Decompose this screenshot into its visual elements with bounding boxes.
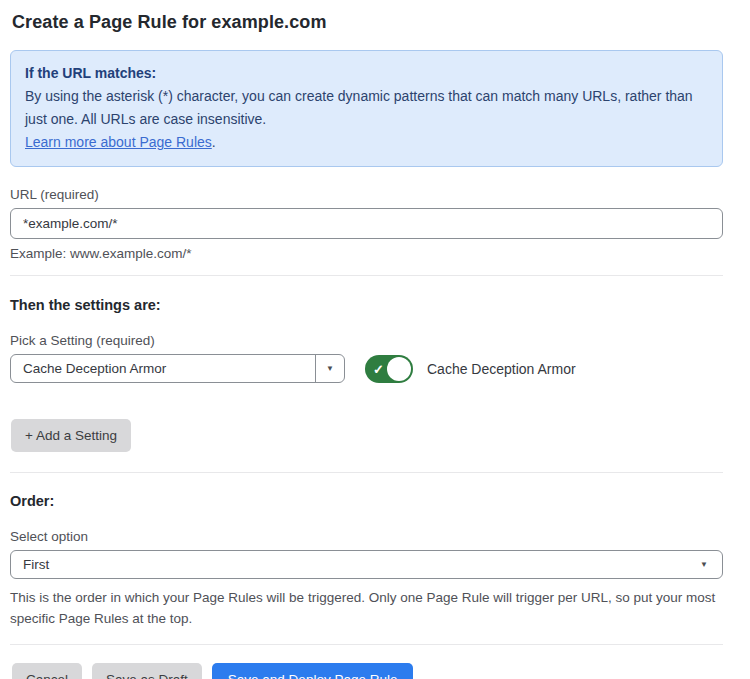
setting-select[interactable]: Cache Deception Armor ▼: [10, 354, 345, 383]
toggle-label: Cache Deception Armor: [427, 361, 576, 377]
setting-picker-label: Pick a Setting (required): [10, 333, 723, 348]
order-section-heading: Order:: [10, 493, 723, 509]
chevron-down-icon: ▼: [700, 561, 708, 569]
create-page-rule-panel: Create a Page Rule for example.com If th…: [0, 0, 750, 679]
order-select-label: Select option: [10, 529, 723, 544]
divider: [10, 472, 723, 473]
save-and-deploy-button[interactable]: Save and Deploy Page Rule: [212, 663, 414, 679]
order-description: This is the order in which your Page Rul…: [10, 587, 723, 629]
setting-toggle[interactable]: ✓: [365, 355, 413, 383]
order-select-arrow: ▼: [700, 551, 722, 578]
divider: [10, 644, 723, 645]
setting-select-arrow-button[interactable]: ▼: [315, 355, 344, 382]
save-as-draft-button[interactable]: Save as Draft: [92, 663, 202, 679]
info-box-link-line: Learn more about Page Rules.: [25, 131, 708, 154]
url-match-info-box: If the URL matches: By using the asteris…: [10, 50, 723, 167]
page-title: Create a Page Rule for example.com: [12, 12, 723, 33]
order-select-value: First: [11, 551, 700, 578]
setting-row: Cache Deception Armor ▼ ✓ Cache Deceptio…: [10, 354, 723, 383]
settings-section-heading: Then the settings are:: [10, 297, 723, 313]
footer-actions: Cancel Save as Draft Save and Deploy Pag…: [12, 663, 723, 679]
learn-more-link[interactable]: Learn more about Page Rules: [25, 134, 212, 150]
toggle-knob: [387, 357, 411, 381]
order-select[interactable]: First ▼: [10, 550, 723, 579]
info-box-body: By using the asterisk (*) character, you…: [25, 85, 708, 131]
cancel-button[interactable]: Cancel: [12, 663, 82, 679]
divider: [10, 275, 723, 276]
add-setting-button[interactable]: + Add a Setting: [11, 419, 131, 452]
setting-select-value: Cache Deception Armor: [11, 355, 315, 382]
info-box-heading: If the URL matches:: [25, 62, 708, 85]
url-input[interactable]: [10, 208, 723, 239]
link-suffix: .: [212, 134, 216, 150]
url-field-label: URL (required): [10, 187, 723, 202]
url-example-hint: Example: www.example.com/*: [10, 246, 723, 261]
check-icon: ✓: [373, 361, 384, 376]
chevron-down-icon: ▼: [326, 365, 334, 373]
